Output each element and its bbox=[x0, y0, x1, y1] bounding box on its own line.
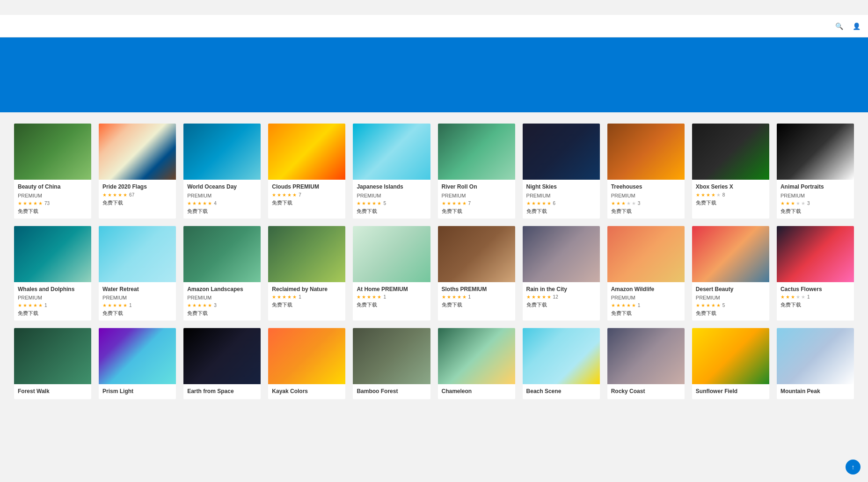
rating-count: 73 bbox=[44, 201, 50, 206]
product-card[interactable]: Japanese Islands PREMIUM ★★★★★5 免费下载 bbox=[353, 124, 430, 219]
product-card[interactable]: Desert Beauty PREMIUM ★★★★★5 免费下载 bbox=[692, 226, 769, 321]
star-icon: ★ bbox=[616, 201, 620, 206]
product-card[interactable]: Xbox Series X ★★★★★8 免费下载 bbox=[692, 124, 769, 219]
product-thumbnail bbox=[14, 328, 91, 384]
product-card[interactable]: Pride 2020 Flags ★★★★★67 免费下载 bbox=[99, 124, 176, 219]
star-icon: ★ bbox=[38, 201, 43, 206]
product-info: River Roll On PREMIUM ★★★★★7 免费下载 bbox=[438, 180, 515, 219]
product-price: 免费下载 bbox=[526, 301, 596, 308]
product-card[interactable]: Treehouses PREMIUM ★★★★★3 免费下载 bbox=[607, 124, 685, 219]
product-card[interactable]: Sunflower Field bbox=[692, 328, 769, 399]
star-icon: ★ bbox=[282, 294, 286, 299]
product-thumbnail bbox=[353, 124, 430, 180]
product-thumbnail bbox=[692, 226, 769, 282]
back-button[interactable] bbox=[7, 17, 26, 36]
star-icon: ★ bbox=[791, 294, 795, 299]
star-icon: ★ bbox=[118, 192, 122, 197]
star-icon: ★ bbox=[197, 303, 202, 308]
product-info: Treehouses PREMIUM ★★★★★3 免费下载 bbox=[607, 180, 685, 219]
star-icon: ★ bbox=[696, 192, 700, 197]
star-icon: ★ bbox=[118, 303, 122, 308]
star-icon: ★ bbox=[780, 201, 785, 206]
product-name: Mountain Peak bbox=[780, 388, 850, 395]
product-stars: ★★★★★5 bbox=[357, 201, 426, 206]
star-icon: ★ bbox=[192, 303, 197, 308]
product-card[interactable]: Rocky Coast bbox=[607, 328, 685, 399]
product-card[interactable]: Clouds PREMIUM ★★★★★7 免费下载 bbox=[268, 124, 345, 219]
product-tag: PREMIUM bbox=[442, 193, 466, 198]
product-card[interactable]: Beauty of China PREMIUM ★★★★★73 免费下载 bbox=[14, 124, 91, 219]
product-price: 免费下载 bbox=[102, 199, 172, 206]
product-stars: ★★★★★67 bbox=[102, 192, 172, 197]
product-card[interactable]: Sloths PREMIUM ★★★★★1 免费下载 bbox=[438, 226, 515, 321]
product-card[interactable]: World Oceans Day PREMIUM ★★★★★4 免费下载 bbox=[183, 124, 261, 219]
product-tag: PREMIUM bbox=[611, 193, 635, 198]
product-name: Earth from Space bbox=[187, 388, 257, 395]
product-info: Pride 2020 Flags ★★★★★67 免费下载 bbox=[99, 180, 176, 210]
star-icon: ★ bbox=[711, 192, 715, 197]
product-thumbnail bbox=[523, 328, 600, 384]
hero-banner bbox=[0, 37, 868, 112]
product-card[interactable]: River Roll On PREMIUM ★★★★★7 免费下载 bbox=[438, 124, 515, 219]
product-tag: PREMIUM bbox=[526, 193, 551, 198]
product-thumbnail bbox=[523, 124, 600, 180]
product-thumbnail bbox=[99, 328, 176, 384]
star-icon: ★ bbox=[701, 303, 705, 308]
product-card[interactable]: Prism Light bbox=[99, 328, 176, 399]
product-price: 免费下载 bbox=[611, 310, 681, 317]
star-icon: ★ bbox=[187, 201, 191, 206]
rating-count: 8 bbox=[722, 192, 725, 197]
close-button[interactable] bbox=[846, 0, 868, 15]
product-name: Beach Scene bbox=[526, 388, 596, 395]
star-icon: ★ bbox=[632, 201, 636, 206]
star-icon: ★ bbox=[287, 192, 292, 197]
product-info: Xbox Series X ★★★★★8 免费下载 bbox=[692, 180, 769, 210]
product-card[interactable]: Kayak Colors bbox=[268, 328, 345, 399]
product-card[interactable]: Animal Portraits PREMIUM ★★★★★3 免费下载 bbox=[777, 124, 854, 219]
star-icon: ★ bbox=[108, 303, 112, 308]
product-name: Reclaimed by Nature bbox=[272, 286, 342, 293]
product-card[interactable]: Reclaimed by Nature ★★★★★1 免费下载 bbox=[268, 226, 345, 321]
rating-count: 6 bbox=[553, 201, 556, 206]
scroll-to-top-button[interactable]: ↑ bbox=[846, 460, 861, 475]
product-card[interactable]: Forest Walk bbox=[14, 328, 91, 399]
product-tag: PREMIUM bbox=[611, 295, 635, 300]
product-card[interactable]: Chameleon bbox=[438, 328, 515, 399]
product-card[interactable]: Mountain Peak bbox=[777, 328, 854, 399]
maximize-button[interactable] bbox=[825, 0, 846, 15]
product-card[interactable]: Cactus Flowers ★★★★★1 免费下载 bbox=[777, 226, 854, 321]
product-card[interactable]: Rain in the City ★★★★★12 免费下载 bbox=[523, 226, 600, 321]
search-button[interactable]: 🔍 bbox=[835, 22, 845, 30]
user-button[interactable]: 👤 bbox=[853, 22, 861, 30]
product-card[interactable]: Night Skies PREMIUM ★★★★★6 免费下载 bbox=[523, 124, 600, 219]
product-name: Rain in the City bbox=[526, 286, 596, 293]
star-icon: ★ bbox=[457, 294, 461, 299]
product-stars: ★★★★★3 bbox=[187, 303, 257, 308]
product-card[interactable]: Amazon Wildlife PREMIUM ★★★★★1 免费下载 bbox=[607, 226, 685, 321]
product-name: Rocky Coast bbox=[611, 388, 681, 395]
product-thumbnail bbox=[99, 124, 176, 180]
rating-count: 1 bbox=[383, 294, 386, 299]
product-card[interactable]: At Home PREMIUM ★★★★★1 免费下载 bbox=[353, 226, 430, 321]
product-stars: ★★★★★1 bbox=[442, 294, 511, 299]
star-icon: ★ bbox=[547, 294, 551, 299]
star-icon: ★ bbox=[18, 303, 22, 308]
product-name: Kayak Colors bbox=[272, 388, 342, 395]
rating-count: 5 bbox=[722, 303, 725, 308]
product-thumbnail bbox=[183, 226, 261, 282]
product-card[interactable]: Water Retreat PREMIUM ★★★★★1 免费下载 bbox=[99, 226, 176, 321]
star-icon: ★ bbox=[627, 303, 631, 308]
product-card[interactable]: Amazon Landscapes PREMIUM ★★★★★3 免费下载 bbox=[183, 226, 261, 321]
minimize-button[interactable] bbox=[803, 0, 825, 15]
product-card[interactable]: Whales and Dolphins PREMIUM ★★★★★1 免费下载 bbox=[14, 226, 91, 321]
product-thumbnail bbox=[268, 328, 345, 384]
product-card[interactable]: Bamboo Forest bbox=[353, 328, 430, 399]
star-icon: ★ bbox=[272, 192, 276, 197]
product-stars: ★★★★★73 bbox=[18, 201, 88, 206]
star-icon: ★ bbox=[38, 303, 43, 308]
star-icon: ★ bbox=[442, 201, 446, 206]
product-card[interactable]: Beach Scene bbox=[523, 328, 600, 399]
product-card[interactable]: Earth from Space bbox=[183, 328, 261, 399]
product-stars: ★★★★★7 bbox=[442, 201, 511, 206]
star-icon: ★ bbox=[113, 303, 117, 308]
